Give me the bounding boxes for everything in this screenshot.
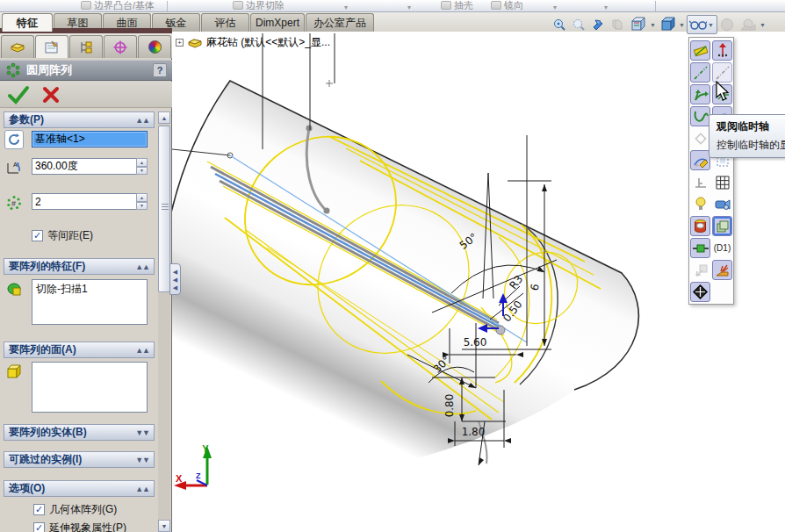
triad-y-label: Y: [202, 443, 209, 454]
dropdown-arrow-icon[interactable]: ▾: [592, 4, 620, 11]
view-curves-icon[interactable]: [690, 106, 710, 126]
hide-show-items-icon: [688, 16, 708, 33]
scrollbar-thumb[interactable]: [158, 126, 170, 292]
scroll-down-icon[interactable]: ▼: [158, 520, 170, 532]
view-origins-icon[interactable]: [690, 128, 710, 148]
geometry-pattern-checkbox[interactable]: ✓ 几何体阵列(G): [33, 502, 117, 517]
section-features-to-pattern[interactable]: 要阵列的特征(F) ▲▲: [4, 258, 155, 275]
help-button[interactable]: ?: [153, 63, 167, 77]
dim-height[interactable]: 0.80: [443, 394, 456, 418]
angle-icon: A: [4, 158, 24, 177]
menu-shell[interactable]: 抽壳: [436, 0, 479, 11]
scroll-up-icon[interactable]: ▲: [158, 111, 170, 124]
section-parameters[interactable]: 参数(P) ▲▲: [4, 111, 155, 128]
view-decals-icon[interactable]: [690, 216, 710, 236]
tab-dimxpert[interactable]: DimXpert: [250, 13, 305, 32]
shell-icon: [441, 1, 451, 10]
menu-mirror[interactable]: 镜向: [486, 0, 529, 11]
tab-features[interactable]: 特征: [2, 13, 53, 32]
tab-dimxpert-manager[interactable]: [104, 35, 137, 58]
hide-show-items-button[interactable]: ▼: [687, 15, 717, 34]
previous-view-icon[interactable]: [588, 16, 608, 33]
section-view-icon[interactable]: [608, 16, 627, 33]
angle-spinner[interactable]: ▲▼: [136, 158, 148, 175]
flyout-arrow-icon: ◀: [173, 284, 177, 291]
view-navigation-icon[interactable]: [690, 282, 710, 302]
view-weld-icon[interactable]: [712, 260, 732, 280]
page-title: 圆周阵列: [26, 62, 148, 78]
part-icon: [10, 41, 25, 54]
menu-boundary-boss[interactable]: 边界凸台/基体: [76, 0, 160, 11]
section-options[interactable]: 选项(O) ▲▲: [4, 480, 155, 497]
view-temporary-axes-icon[interactable]: [690, 62, 710, 83]
property-sheet-icon: [44, 40, 60, 54]
tab-property-manager[interactable]: [35, 35, 68, 58]
view-cable-icon[interactable]: [690, 260, 710, 280]
model-cylinder-body[interactable]: [172, 81, 638, 490]
panel-flyout-arrows[interactable]: ◀ ◀ ◀: [169, 263, 181, 295]
color-wheel-icon: [148, 40, 162, 54]
view-orientation-icon[interactable]: [627, 16, 650, 33]
view-all-annotations-icon[interactable]: [712, 216, 732, 236]
menu-boundary-cut[interactable]: 边界切除: [227, 0, 290, 11]
tab-office[interactable]: 办公室产品: [306, 13, 374, 32]
expand-chevron-icon: ▼▼: [135, 456, 149, 464]
cancel-button[interactable]: [42, 86, 60, 104]
dropdown-arrow-icon[interactable]: ▼: [760, 22, 767, 28]
curve-handle[interactable]: [324, 208, 330, 214]
dropdown-arrow-icon[interactable]: ▾: [395, 4, 423, 11]
equal-spacing-checkbox[interactable]: ✓ 等间距(E): [32, 228, 93, 243]
instances-spinner[interactable]: ▲▼: [136, 193, 148, 210]
expand-plus-icon[interactable]: +: [176, 39, 184, 47]
section-bodies-to-pattern[interactable]: 要阵列的实体(B) ▼▼: [4, 424, 155, 441]
angle-field[interactable]: 360.00度: [32, 158, 148, 175]
configurations-icon: [78, 40, 94, 54]
mouse-cursor-icon: [713, 81, 732, 104]
tooltip: 观阅临时轴 控制临时轴的显: [709, 114, 785, 158]
panel-scrollbar[interactable]: ▲ ▼: [158, 111, 170, 532]
dropdown-arrow-icon[interactable]: ▼: [650, 22, 658, 28]
instances-field[interactable]: 2: [32, 193, 148, 210]
features-toolbar: 边界凸台/基体 边界切除 ▾ ▾ 抽壳 镜向 ▾ ▾: [0, 0, 785, 12]
dim-length[interactable]: 5.60: [464, 336, 487, 349]
tab-feature-manager[interactable]: [1, 35, 34, 58]
features-listbox[interactable]: 切除-扫描1: [32, 279, 148, 325]
view-planes-icon[interactable]: [690, 40, 710, 61]
tab-configuration-manager[interactable]: [69, 35, 103, 58]
dropdown-arrow-icon[interactable]: ▾: [541, 4, 569, 11]
view-cameras-icon[interactable]: [712, 194, 732, 214]
d1-label[interactable]: (D1): [712, 238, 732, 258]
view-perpendicular-icon[interactable]: [690, 172, 710, 192]
zoom-to-area-icon[interactable]: [569, 16, 588, 33]
section-instances-to-skip[interactable]: 可跳过的实例(I) ▼▼: [4, 451, 155, 468]
collapse-chevron-icon: ▲▲: [135, 116, 149, 125]
ok-button[interactable]: [7, 85, 30, 104]
view-temporary-axes-off-icon[interactable]: [712, 62, 732, 83]
tooltip-description: 控制临时轴的显: [717, 138, 785, 153]
scene-icon[interactable]: [737, 16, 760, 33]
view-lights-icon[interactable]: [690, 194, 710, 214]
feature-tree-root-label[interactable]: 麻花钻 (默认<<默认>_显...: [206, 35, 330, 50]
axis-selection-field[interactable]: 基准轴<1>: [32, 131, 148, 147]
view-coordinate-systems-icon[interactable]: [690, 84, 710, 104]
dropdown-arrow-icon[interactable]: ▼: [679, 22, 687, 28]
zoom-to-fit-icon[interactable]: [550, 16, 569, 33]
propagate-visual-checkbox[interactable]: ✓ 延伸视象属性(P): [33, 521, 126, 532]
faces-listbox[interactable]: [32, 362, 148, 413]
section-faces-to-pattern[interactable]: 要阵列的面(A) ▲▲: [4, 341, 155, 358]
tab-evaluate[interactable]: 评估: [201, 13, 249, 32]
dropdown-arrow-icon: ▼: [708, 22, 716, 28]
display-style-icon[interactable]: [658, 16, 679, 33]
view-sketch-planes-icon[interactable]: [690, 150, 710, 170]
dim-width[interactable]: 1.80: [462, 426, 486, 438]
curve-handle[interactable]: [306, 126, 313, 132]
tab-display-manager[interactable]: [138, 35, 171, 58]
view-axes-icon[interactable]: [712, 40, 732, 61]
view-grid-icon[interactable]: [712, 172, 732, 192]
feature-tree-root[interactable]: + 麻花钻 (默认<<默认>_显...: [176, 35, 330, 50]
view-sensors-icon[interactable]: [690, 238, 710, 258]
appearances-icon[interactable]: [717, 16, 737, 33]
dropdown-arrow-icon[interactable]: ▾: [332, 4, 360, 11]
list-item[interactable]: 切除-扫描1: [36, 282, 143, 297]
scrollbar-grip[interactable]: [162, 204, 169, 210]
